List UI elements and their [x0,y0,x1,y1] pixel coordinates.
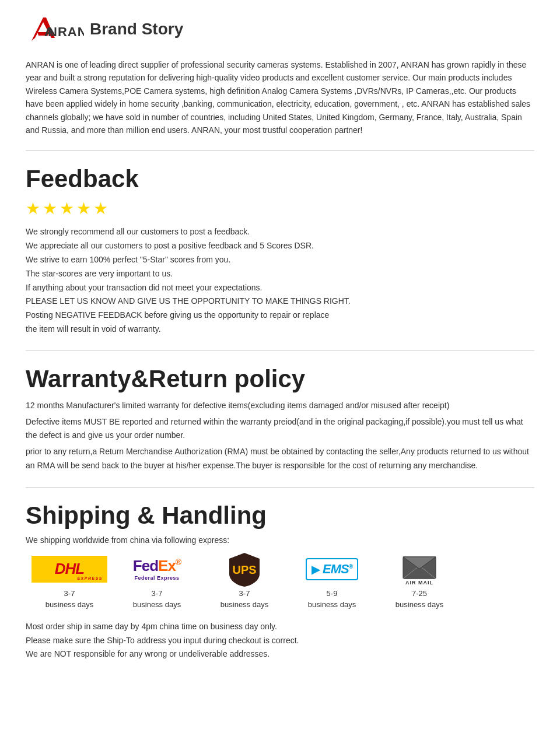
shipping-section: Shipping & Handling We shipping worldwid… [26,502,534,661]
shipping-logos: DHL EXPRESS 3-7 business days FedEx® Fed… [26,554,534,611]
ups-logo-container: UPS [228,554,261,584]
ems-logo: ▶ EMS® [306,558,358,580]
shipping-footer-1: Most order ship in same day by 4pm china… [26,620,534,634]
carrier-airmail: AIR MAIL 7-25 business days [376,554,463,611]
divider-2 [26,351,534,351]
warranty-text: 12 months Manufacturer's limited warrant… [26,399,534,473]
fedex-ex: Ex [158,557,176,574]
warranty-title: Warranty&Return policy [26,365,534,393]
feedback-text: We strongly recommend all our customers … [26,225,534,336]
feedback-line-6: PLEASE LET US KNOW AND GIVE US THE OPPOR… [26,295,534,309]
carrier-ups: UPS 3-7 business days [201,554,288,611]
shipping-footer: Most order ship in same day by 4pm china… [26,620,534,661]
airmail-logo-container: AIR MAIL [402,554,437,584]
airmail-envelope-icon [402,553,437,580]
airmail-text: AIR MAIL [405,580,433,586]
carrier-fedex: FedEx® Federal Express 3-7 business days [113,554,201,611]
feedback-line-7: Posting NEGATIVE FEEDBACK before giving … [26,309,534,323]
dhl-logo: DHL EXPRESS [32,556,107,583]
shipping-intro: We shipping worldwide from china via fol… [26,535,534,545]
ems-arrow-icon: ▶ [312,562,320,576]
star-4: ★ [76,199,91,218]
star-3: ★ [60,199,74,218]
svg-text:UPS: UPS [232,563,256,576]
feedback-line-3: We strive to earn 100% perfect "5-Star" … [26,253,534,267]
fedex-days: 3-7 business days [133,588,181,611]
brand-header: NRAN A Brand Story [26,12,534,47]
feedback-title: Feedback [26,165,534,193]
fedex-logo: FedEx® Federal Express [133,557,181,581]
airmail-days: 7-25 business days [396,588,443,611]
ups-days: 3-7 business days [220,588,268,611]
star-5: ★ [93,199,108,218]
warranty-section: Warranty&Return policy 12 months Manufac… [26,365,534,473]
divider-3 [26,487,534,488]
feedback-line-4: The star-scores are very important to us… [26,267,534,281]
shipping-footer-2: Please make sure the Ship-To address you… [26,634,534,648]
dhl-logo-container: DHL EXPRESS [32,554,107,584]
feedback-line-2: We appreciate all our customers to post … [26,239,534,253]
shipping-title: Shipping & Handling [26,502,534,530]
ups-logo: UPS [228,552,261,587]
ems-days: 5-9 business days [308,588,356,611]
brand-story-section: ANRAN is one of leading direct supplier … [26,58,534,136]
ems-text: EMS® [323,562,352,577]
ups-svg: UPS [228,552,261,587]
fedex-fed: Fed [133,557,158,574]
airmail-logo: AIR MAIL [402,553,437,586]
anran-logo: NRAN A [26,12,84,47]
feedback-line-1: We strongly recommend all our customers … [26,225,534,239]
divider-1 [26,150,534,151]
warranty-line-1: 12 months Manufacturer's limited warrant… [26,399,534,413]
warranty-line-2: Defective items MUST BE reported and ret… [26,415,534,443]
star-rating: ★ ★ ★ ★ ★ [26,199,534,218]
fedex-sub: Federal Express [134,575,179,581]
star-2: ★ [43,199,57,218]
star-1: ★ [26,199,40,218]
svg-text:A: A [44,24,54,39]
feedback-line-8: the item will result in void of warranty… [26,323,534,337]
feedback-section: Feedback ★ ★ ★ ★ ★ We strongly recommend… [26,165,534,336]
warranty-line-3: prior to any return,a Return Merchandise… [26,445,534,473]
ems-logo-container: ▶ EMS® [306,554,358,584]
carrier-dhl: DHL EXPRESS 3-7 business days [26,554,113,611]
brand-story-text: ANRAN is one of leading direct supplier … [26,58,534,136]
fedex-logo-container: FedEx® Federal Express [133,554,181,584]
dhl-days: 3-7 business days [46,588,93,611]
shipping-footer-3: We are NOT responsible for any wrong or … [26,647,534,661]
feedback-line-5: If anything about your transaction did n… [26,281,534,295]
brand-title: Brand Story [90,20,183,38]
carrier-ems: ▶ EMS® 5-9 business days [288,554,376,611]
logo-container: NRAN A [26,12,84,47]
